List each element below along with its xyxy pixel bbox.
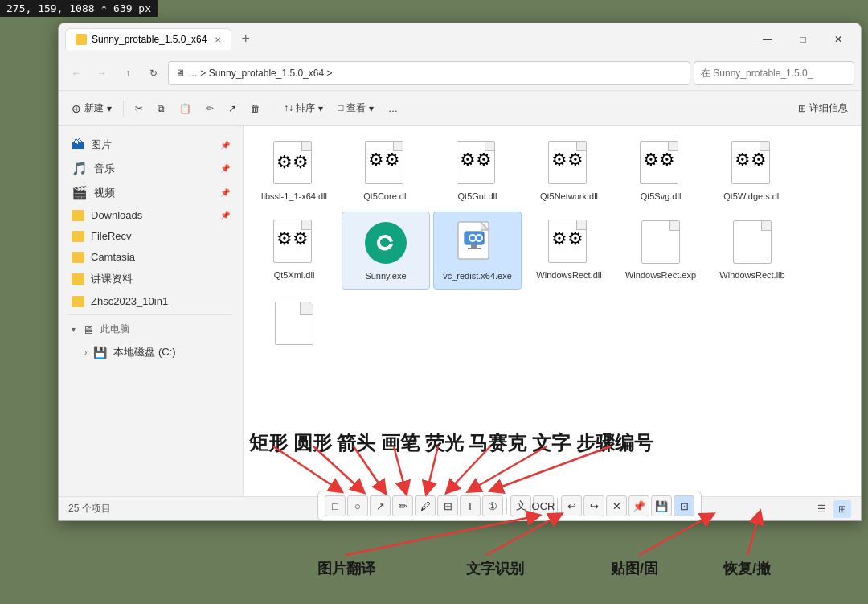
disk-icon: 💾 [93, 346, 107, 359]
file-icon-qt5gui: ⚙⚙ [453, 139, 502, 187]
file-item-qt5svg[interactable]: ⚙⚙ Qt5Svg.dll [616, 133, 705, 208]
svg-rect-3 [468, 248, 481, 249]
maximize-btn[interactable]: □ [787, 28, 819, 51]
cut-icon: ✂ [135, 103, 143, 114]
address-bar: ← → ↑ ↻ 🖥 … > Sunny_protable_1.5.0_x64 > [59, 55, 861, 91]
file-icon-qt5widgets: ⚙⚙ [728, 139, 776, 187]
sidebar-item-music[interactable]: 🎵 音乐 📌 [62, 157, 240, 180]
thispc-header[interactable]: ▾ 🖥 此电脑 [62, 318, 240, 340]
sort-btn[interactable]: ↑↓ 排序 ▾ [277, 98, 330, 118]
file-name-winrect-lib: WindowsRect.lib [719, 269, 784, 281]
forward-btn[interactable]: → [91, 62, 113, 84]
sidebar-item-lecture[interactable]: 讲课资料 [62, 268, 240, 290]
details-icon: ⊞ [798, 103, 806, 114]
file-icon-sunny [362, 219, 410, 267]
file-item-qt5gui[interactable]: ⚙⚙ Qt5Gui.dll [433, 133, 522, 208]
list-view-btn[interactable]: ☰ [813, 500, 830, 518]
tab-close-btn[interactable]: ✕ [215, 35, 221, 44]
search-input[interactable] [694, 61, 854, 85]
file-item-libssl[interactable]: ⚙⚙ libssl-1_1-x64.dll [250, 133, 338, 208]
title-tab[interactable]: Sunny_protable_1.5.0_x64 ✕ [65, 28, 231, 50]
file-icon-libssl: ⚙⚙ [270, 139, 318, 187]
dropdown-icon: ▾ [107, 103, 112, 114]
file-item-sunny-exe[interactable]: Sunny.exe [342, 212, 430, 289]
thispc-icon: 🖥 [82, 323, 94, 336]
file-item-qt5core[interactable]: ⚙⚙ Qt5Core.dll [342, 133, 430, 208]
file-item-qt5xml[interactable]: ⚙⚙ Qt5Xml.dll [250, 212, 338, 289]
file-item-partial[interactable] [250, 293, 338, 357]
annot-sub-pin: 贴图/固 [611, 559, 658, 578]
cut-btn[interactable]: ✂ [129, 100, 149, 117]
file-name-qt5gui: Qt5Gui.dll [458, 191, 497, 202]
thispc-label: 此电脑 [100, 323, 129, 336]
file-icon-vcredist [453, 219, 502, 267]
music-icon: 🎵 [72, 161, 88, 176]
file-icon-winrect-exp [637, 218, 685, 266]
file-item-qt5widgets[interactable]: ⚙⚙ Qt5Widgets.dll [708, 133, 796, 208]
sidebar-item-camtasia[interactable]: Camtasia [62, 247, 240, 267]
pin-icon-music: 📌 [220, 164, 230, 173]
file-item-winrect-lib[interactable]: WindowsRect.lib [708, 212, 796, 289]
downloads-folder-icon [72, 210, 84, 221]
sep1 [123, 101, 124, 117]
file-item-winrect-dll[interactable]: ⚙⚙ WindowsRect.dll [525, 212, 613, 289]
file-name-qt5svg: Qt5Svg.dll [641, 191, 682, 202]
view-btn[interactable]: □ 查看 ▾ [331, 98, 380, 118]
file-name-sunny: Sunny.exe [365, 270, 406, 281]
plus-icon: ⊕ [72, 102, 81, 115]
sidebar-label-music: 音乐 [94, 162, 115, 176]
file-name-qt5widgets: Qt5Widgets.dll [723, 191, 781, 202]
refresh-btn[interactable]: ↻ [142, 62, 165, 84]
paste-btn[interactable]: 📋 [173, 100, 198, 117]
close-btn[interactable]: ✕ [822, 28, 854, 51]
file-grid: ⚙⚙ libssl-1_1-x64.dll ⚙⚙ Qt5Core.dll [244, 126, 861, 496]
pics-icon: 🏔 [72, 138, 84, 152]
sep2 [272, 101, 272, 117]
filerecv-folder-icon [72, 231, 84, 242]
minimize-btn[interactable]: — [751, 28, 784, 51]
pin-icon-video: 📌 [220, 188, 230, 197]
main-content: 🏔 图片 📌 🎵 音乐 📌 🎬 视频 📌 Downloads 📌 [59, 126, 861, 496]
sidebar-label-pics: 图片 [91, 138, 112, 152]
details-btn[interactable]: ⊞ 详细信息 [792, 98, 854, 118]
delete-btn[interactable]: 🗑 [244, 100, 267, 117]
sidebar-item-video[interactable]: 🎬 视频 📌 [62, 181, 240, 204]
computer-icon: 🖥 [175, 68, 185, 79]
coords-bar: 275, 159, 1088 * 639 px [0, 0, 158, 17]
paste-icon: 📋 [179, 103, 191, 114]
copy-btn[interactable]: ⧉ [151, 100, 171, 117]
sort-dropdown: ▾ [318, 103, 323, 114]
file-icon-winrect-dll: ⚙⚙ [545, 218, 593, 266]
sidebar-item-zhsc[interactable]: Zhsc2023_10in1 [62, 291, 240, 311]
more-label: … [388, 103, 398, 114]
file-icon-qt5xml: ⚙⚙ [270, 218, 318, 266]
share-btn[interactable]: ↗ [222, 100, 243, 117]
file-item-vcredist[interactable]: vc_redist.x64.exe [433, 212, 522, 289]
up-btn[interactable]: ↑ [117, 62, 139, 84]
new-tab-btn[interactable]: + [235, 27, 256, 51]
file-item-winrect-exp[interactable]: WindowsRect.exp [616, 212, 705, 289]
grid-view-btn[interactable]: ⊞ [833, 500, 851, 518]
svg-line-14 [346, 516, 534, 555]
back-btn[interactable]: ← [65, 62, 88, 84]
path-text: … > Sunny_protable_1.5.0_x64 > [188, 68, 332, 79]
rename-btn[interactable]: ✏ [199, 100, 220, 117]
sidebar-item-pics[interactable]: 🏔 图片 📌 [62, 134, 240, 156]
file-icon-qt5svg: ⚙⚙ [637, 139, 685, 187]
sidebar-label-video: 视频 [94, 186, 115, 200]
item-count: 25 个项目 [68, 502, 111, 516]
svg-rect-2 [471, 244, 477, 248]
file-icon-winrect-lib [728, 218, 776, 266]
rename-icon: ✏ [206, 103, 214, 114]
local-disk-label: 本地磁盘 (C:) [113, 345, 175, 360]
file-icon-qt5network: ⚙⚙ [545, 139, 593, 187]
local-disk-item[interactable]: › 💾 本地磁盘 (C:) [62, 341, 240, 364]
sidebar-item-filerecv[interactable]: FileRecv [62, 226, 240, 246]
new-btn[interactable]: ⊕ 新建 ▾ [65, 98, 118, 118]
more-btn[interactable]: … [382, 100, 404, 117]
tab-title: Sunny_protable_1.5.0_x64 [92, 34, 207, 45]
address-path[interactable]: 🖥 … > Sunny_protable_1.5.0_x64 > [168, 61, 690, 85]
delete-icon: 🗑 [251, 103, 260, 114]
file-item-qt5network[interactable]: ⚙⚙ Qt5Network.dll [525, 133, 613, 208]
sidebar-item-downloads[interactable]: Downloads 📌 [62, 205, 240, 225]
